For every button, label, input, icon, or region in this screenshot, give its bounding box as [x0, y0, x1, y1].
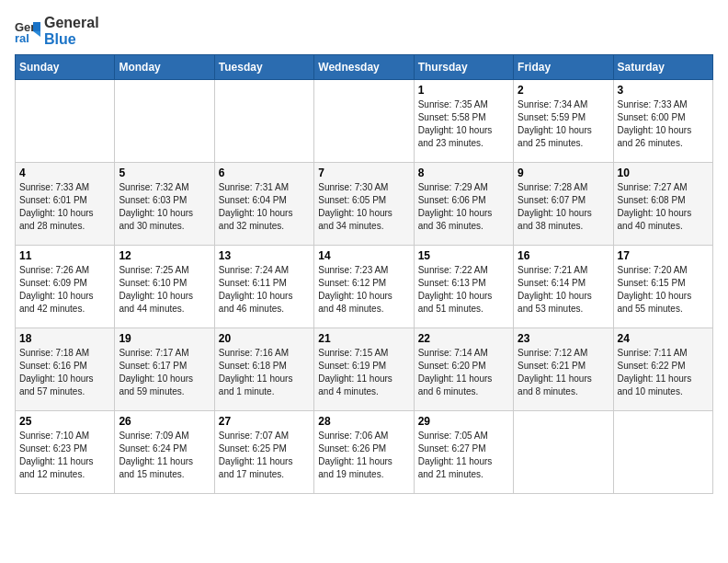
calendar-header-row: SundayMondayTuesdayWednesdayThursdayFrid… [16, 55, 713, 80]
calendar-cell: 19Sunrise: 7:17 AMSunset: 6:17 PMDayligh… [115, 328, 214, 411]
day-number: 4 [19, 167, 110, 179]
day-number: 19 [119, 332, 210, 345]
day-info: Sunrise: 7:32 AMSunset: 6:03 PMDaylight:… [119, 181, 210, 233]
logo-text-general: General [44, 15, 99, 31]
calendar-cell: 6Sunrise: 7:31 AMSunset: 6:04 PMDaylight… [214, 163, 313, 246]
day-info: Sunrise: 7:30 AMSunset: 6:05 PMDaylight:… [318, 181, 409, 233]
calendar-cell: 12Sunrise: 7:25 AMSunset: 6:10 PMDayligh… [115, 246, 214, 328]
day-number: 28 [318, 415, 409, 428]
day-info: Sunrise: 7:21 AMSunset: 6:14 PMDaylight:… [518, 264, 609, 316]
day-number: 25 [19, 415, 110, 428]
calendar-cell: 26Sunrise: 7:09 AMSunset: 6:24 PMDayligh… [115, 411, 214, 494]
calendar-cell: 4Sunrise: 7:33 AMSunset: 6:01 PMDaylight… [16, 163, 115, 246]
svg-text:ral: ral [15, 31, 29, 44]
day-number: 21 [318, 332, 409, 345]
calendar-cell: 27Sunrise: 7:07 AMSunset: 6:25 PMDayligh… [214, 411, 313, 494]
calendar-cell: 23Sunrise: 7:12 AMSunset: 6:21 PMDayligh… [514, 328, 613, 411]
day-number: 7 [318, 167, 409, 179]
day-number: 11 [19, 249, 110, 262]
day-number: 16 [518, 249, 609, 262]
day-number: 6 [219, 167, 310, 179]
day-info: Sunrise: 7:25 AMSunset: 6:10 PMDaylight:… [119, 264, 210, 316]
calendar-table: SundayMondayTuesdayWednesdayThursdayFrid… [15, 54, 713, 494]
calendar-cell: 7Sunrise: 7:30 AMSunset: 6:05 PMDaylight… [314, 163, 414, 246]
calendar-cell [214, 80, 313, 163]
calendar-cell [115, 80, 214, 163]
weekday-header-sunday: Sunday [16, 55, 115, 80]
weekday-header-monday: Monday [115, 55, 214, 80]
weekday-header-thursday: Thursday [414, 55, 513, 80]
day-info: Sunrise: 7:28 AMSunset: 6:07 PMDaylight:… [518, 181, 609, 233]
day-number: 18 [19, 332, 110, 345]
day-info: Sunrise: 7:35 AMSunset: 5:58 PMDaylight:… [418, 98, 509, 150]
calendar-cell: 3Sunrise: 7:33 AMSunset: 6:00 PMDaylight… [613, 80, 712, 163]
page-header: Gene ral General Blue [15, 15, 713, 47]
calendar-cell [314, 80, 414, 163]
day-info: Sunrise: 7:12 AMSunset: 6:21 PMDaylight:… [518, 347, 609, 398]
calendar-week-3: 11Sunrise: 7:26 AMSunset: 6:09 PMDayligh… [16, 246, 713, 328]
day-info: Sunrise: 7:18 AMSunset: 6:16 PMDaylight:… [19, 347, 110, 398]
day-info: Sunrise: 7:16 AMSunset: 6:18 PMDaylight:… [219, 347, 310, 398]
calendar-cell [16, 80, 115, 163]
day-number: 5 [119, 167, 210, 179]
calendar-cell: 13Sunrise: 7:24 AMSunset: 6:11 PMDayligh… [214, 246, 313, 328]
calendar-body: 1Sunrise: 7:35 AMSunset: 5:58 PMDaylight… [16, 80, 713, 494]
day-number: 17 [618, 249, 709, 262]
logo-text-blue: Blue [44, 31, 99, 48]
day-info: Sunrise: 7:26 AMSunset: 6:09 PMDaylight:… [19, 264, 110, 316]
calendar-week-1: 1Sunrise: 7:35 AMSunset: 5:58 PMDaylight… [16, 80, 713, 163]
weekday-header-saturday: Saturday [613, 55, 712, 80]
calendar-cell: 24Sunrise: 7:11 AMSunset: 6:22 PMDayligh… [613, 328, 712, 411]
svg-marker-2 [33, 22, 40, 31]
calendar-cell: 10Sunrise: 7:27 AMSunset: 6:08 PMDayligh… [613, 163, 712, 246]
calendar-cell [613, 411, 712, 494]
day-info: Sunrise: 7:11 AMSunset: 6:22 PMDaylight:… [618, 347, 709, 398]
day-info: Sunrise: 7:33 AMSunset: 6:00 PMDaylight:… [618, 98, 709, 150]
calendar-cell: 14Sunrise: 7:23 AMSunset: 6:12 PMDayligh… [314, 246, 414, 328]
day-number: 13 [219, 249, 310, 262]
weekday-header-friday: Friday [514, 55, 613, 80]
calendar-cell: 1Sunrise: 7:35 AMSunset: 5:58 PMDaylight… [414, 80, 513, 163]
calendar-cell: 15Sunrise: 7:22 AMSunset: 6:13 PMDayligh… [414, 246, 513, 328]
logo-icon: Gene ral [15, 18, 40, 44]
day-info: Sunrise: 7:27 AMSunset: 6:08 PMDaylight:… [618, 181, 709, 233]
day-info: Sunrise: 7:20 AMSunset: 6:15 PMDaylight:… [618, 264, 709, 316]
day-info: Sunrise: 7:22 AMSunset: 6:13 PMDaylight:… [418, 264, 509, 316]
day-info: Sunrise: 7:06 AMSunset: 6:26 PMDaylight:… [318, 430, 409, 481]
calendar-cell: 21Sunrise: 7:15 AMSunset: 6:19 PMDayligh… [314, 328, 414, 411]
day-number: 22 [418, 332, 509, 345]
calendar-cell [514, 411, 613, 494]
day-info: Sunrise: 7:09 AMSunset: 6:24 PMDaylight:… [119, 430, 210, 481]
calendar-week-2: 4Sunrise: 7:33 AMSunset: 6:01 PMDaylight… [16, 163, 713, 246]
calendar-cell: 16Sunrise: 7:21 AMSunset: 6:14 PMDayligh… [514, 246, 613, 328]
day-number: 10 [618, 167, 709, 179]
day-info: Sunrise: 7:10 AMSunset: 6:23 PMDaylight:… [19, 430, 110, 481]
day-number: 20 [219, 332, 310, 345]
calendar-cell: 18Sunrise: 7:18 AMSunset: 6:16 PMDayligh… [16, 328, 115, 411]
day-number: 26 [119, 415, 210, 428]
logo: Gene ral General Blue [15, 15, 99, 47]
day-number: 9 [518, 167, 609, 179]
calendar-week-5: 25Sunrise: 7:10 AMSunset: 6:23 PMDayligh… [16, 411, 713, 494]
calendar-cell: 2Sunrise: 7:34 AMSunset: 5:59 PMDaylight… [514, 80, 613, 163]
calendar-cell: 8Sunrise: 7:29 AMSunset: 6:06 PMDaylight… [414, 163, 513, 246]
calendar-cell: 9Sunrise: 7:28 AMSunset: 6:07 PMDaylight… [514, 163, 613, 246]
day-info: Sunrise: 7:33 AMSunset: 6:01 PMDaylight:… [19, 181, 110, 233]
day-info: Sunrise: 7:07 AMSunset: 6:25 PMDaylight:… [219, 430, 310, 481]
day-number: 12 [119, 249, 210, 262]
weekday-header-tuesday: Tuesday [214, 55, 313, 80]
day-number: 8 [418, 167, 509, 179]
day-info: Sunrise: 7:31 AMSunset: 6:04 PMDaylight:… [219, 181, 310, 233]
calendar-cell: 11Sunrise: 7:26 AMSunset: 6:09 PMDayligh… [16, 246, 115, 328]
calendar-cell: 29Sunrise: 7:05 AMSunset: 6:27 PMDayligh… [414, 411, 513, 494]
day-info: Sunrise: 7:17 AMSunset: 6:17 PMDaylight:… [119, 347, 210, 398]
day-number: 2 [518, 84, 609, 97]
day-info: Sunrise: 7:23 AMSunset: 6:12 PMDaylight:… [318, 264, 409, 316]
calendar-cell: 22Sunrise: 7:14 AMSunset: 6:20 PMDayligh… [414, 328, 513, 411]
calendar-cell: 25Sunrise: 7:10 AMSunset: 6:23 PMDayligh… [16, 411, 115, 494]
calendar-week-4: 18Sunrise: 7:18 AMSunset: 6:16 PMDayligh… [16, 328, 713, 411]
day-number: 24 [618, 332, 709, 345]
day-number: 29 [418, 415, 509, 428]
day-number: 1 [418, 84, 509, 97]
day-info: Sunrise: 7:05 AMSunset: 6:27 PMDaylight:… [418, 430, 509, 481]
